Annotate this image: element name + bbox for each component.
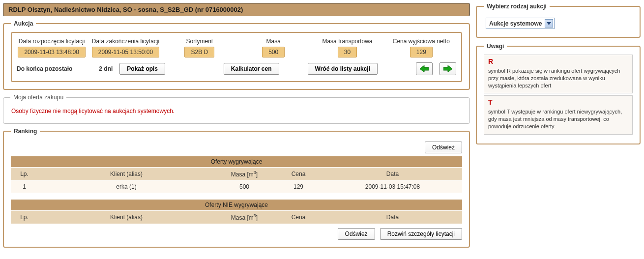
col-cena: Cena: [274, 211, 323, 224]
value-masa: 500: [262, 47, 285, 58]
field-start: Data rozpoczęcia licytacji 2009-11-03 13…: [17, 38, 87, 58]
auction-type-selected: Aukcje systemowe: [489, 20, 542, 27]
value-end: 2009-11-05 13:50:00: [92, 47, 159, 58]
remaining-label: Do końca pozostało: [17, 65, 72, 72]
my-offer-panel: Moja oferta zakupu Osoby fizyczne nie mo…: [3, 94, 470, 124]
svg-marker-1: [443, 65, 452, 72]
label-cena: Cena wyjściowa netto: [386, 38, 456, 45]
chevron-down-icon: [545, 19, 553, 28]
col-lp: Lp.: [11, 211, 38, 224]
my-offer-message: Osoby fizyczne nie mogą licytować na auk…: [10, 106, 463, 116]
field-sortyment: Sortyment S2B D: [165, 38, 234, 58]
col-masa: Masa [m3]: [215, 168, 274, 181]
col-data: Data: [323, 211, 462, 224]
winning-offers-table: Oferty wygrywające Lp. Klient (alias) Ma…: [11, 156, 462, 193]
col-lp: Lp.: [11, 168, 38, 181]
notes-panel: Uwagi R symbol R pokazuje się w rankingu…: [476, 43, 641, 144]
field-cena: Cena wyjściowa netto 129: [386, 38, 456, 58]
arrow-left-icon: [420, 65, 429, 72]
aukcja-legend: Aukcja: [11, 20, 36, 27]
price-calculator-button[interactable]: Kalkulator cen: [224, 63, 279, 75]
field-masa: Masa 500: [238, 38, 308, 58]
svg-marker-0: [420, 65, 429, 72]
remaining-value: 2 dni: [99, 65, 113, 72]
show-description-button[interactable]: Pokaż opis: [119, 63, 165, 75]
col-cena: Cena: [274, 168, 323, 181]
auction-type-select[interactable]: Aukcje systemowe: [486, 18, 555, 29]
note-symbol: R: [488, 57, 628, 66]
note-item: T symbol T występuje w rankingu ofert ni…: [484, 95, 633, 134]
winning-caption: Oferty wygrywające: [11, 156, 462, 168]
back-to-list-button[interactable]: Wróć do listy aukcji: [308, 63, 378, 75]
value-start: 2009-11-03 13:48:00: [18, 47, 85, 58]
value-cena: 129: [410, 47, 433, 58]
auction-type-panel: Wybierz rodzaj aukcji Aukcje systemowe: [476, 3, 641, 38]
cell-klient: erka (1): [38, 181, 215, 193]
value-masa-transport: 30: [338, 47, 357, 58]
losing-offers-table: Oferty NIE wygrywające Lp. Klient (alias…: [11, 200, 462, 224]
note-text: symbol R pokazuje się w rankingu ofert w…: [488, 67, 628, 89]
aukcja-panel: Aukcja Data rozpoczęcia licytacji 2009-1…: [3, 20, 470, 90]
col-data: Data: [323, 168, 462, 181]
refresh-button-bottom[interactable]: Odśwież: [338, 228, 375, 240]
label-end: Data zakończenia licytacji: [90, 38, 160, 45]
field-masa-transport: Masa transportowa 30: [312, 38, 382, 58]
value-sortyment: S2B D: [184, 47, 214, 58]
refresh-button-top[interactable]: Odśwież: [425, 142, 462, 153]
table-row: 1 erka (1) 500 129 2009-11-03 15:47:08: [11, 181, 462, 193]
note-text: symbol T występuje w rankingu ofert niew…: [488, 108, 628, 130]
col-klient: Klient (alias): [38, 168, 215, 181]
cell-cena: 129: [274, 181, 323, 193]
svg-marker-2: [547, 22, 551, 25]
field-end: Data zakończenia licytacji 2009-11-05 13…: [90, 38, 160, 58]
col-klient: Klient (alias): [38, 211, 215, 224]
note-item: R symbol R pokazuje się w rankingu ofert…: [484, 55, 633, 93]
my-offer-legend: Moja oferta zakupu: [10, 94, 66, 101]
ranking-legend: Ranking: [11, 128, 40, 135]
cell-lp: 1: [11, 181, 38, 193]
prev-auction-button[interactable]: [416, 62, 433, 75]
label-start: Data rozpoczęcia licytacji: [17, 38, 87, 45]
arrow-right-icon: [443, 65, 452, 72]
label-masa: Masa: [238, 38, 308, 45]
page-title: RDLP Olsztyn, Nadleśnictwo Nidzica, SO -…: [3, 3, 470, 16]
label-sortyment: Sortyment: [165, 38, 234, 45]
next-auction-button[interactable]: [439, 62, 456, 75]
auction-type-legend: Wybierz rodzaj aukcji: [484, 3, 550, 10]
cell-masa: 500: [215, 181, 274, 193]
note-symbol: T: [488, 98, 628, 107]
col-masa: Masa [m3]: [215, 211, 274, 224]
losing-caption: Oferty NIE wygrywające: [11, 200, 462, 211]
label-masa-transport: Masa transportowa: [312, 38, 382, 45]
ranking-panel: Ranking Odśwież Oferty wygrywające Lp. K…: [3, 128, 470, 248]
expand-details-button[interactable]: Rozwiń szczegóły licytacji: [380, 228, 462, 240]
notes-legend: Uwagi: [484, 43, 507, 50]
cell-data: 2009-11-03 15:47:08: [323, 181, 462, 193]
